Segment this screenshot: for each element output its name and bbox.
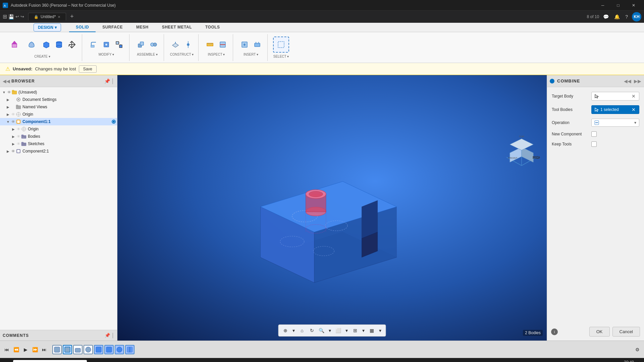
extrude-button[interactable] — [7, 37, 23, 53]
start-button[interactable]: ⊞ — [1, 359, 12, 362]
close-button[interactable]: ✕ — [626, 0, 641, 11]
expand-panel-button[interactable]: ▶▶ — [634, 78, 641, 84]
tree-item-component1[interactable]: ▼ 👁 Component1:1 — [0, 118, 117, 125]
zoom-menu-button[interactable]: ▾ — [327, 326, 333, 335]
timeline-settings-button[interactable]: ⚙ — [633, 346, 641, 354]
save-file-button[interactable]: 💾 — [8, 14, 14, 19]
tree-item-sketches[interactable]: ▶ 👁 Sketches — [0, 140, 117, 147]
tab-solid[interactable]: SOLID — [69, 23, 96, 32]
info-button[interactable]: i — [551, 328, 558, 335]
maximize-button[interactable]: □ — [610, 0, 626, 11]
timeline-play-button[interactable]: ▶ — [21, 346, 30, 354]
tab-sheet-metal[interactable]: SHEET METAL — [155, 23, 199, 32]
app2-button[interactable]: ● — [143, 360, 149, 362]
timeline-marker-3[interactable] — [73, 345, 83, 354]
display-menu[interactable]: ▾ — [377, 326, 384, 335]
timeline-marker-7[interactable] — [115, 345, 124, 354]
timeline-start-button[interactable]: ⏮ — [3, 346, 11, 354]
operation-selector[interactable]: Cut ▾ — [591, 119, 639, 127]
redo-button[interactable]: ↪ — [20, 14, 24, 19]
tab-surface[interactable]: SURFACE — [96, 23, 129, 32]
insert-btn1[interactable]: + — [238, 39, 251, 51]
tab-mesh[interactable]: MESH — [129, 23, 155, 32]
construct-btn1[interactable] — [169, 39, 181, 51]
zoom-button[interactable]: 🔍 — [317, 326, 326, 335]
design-dropdown[interactable]: DESIGN ▾ — [34, 23, 61, 32]
tree-item-bodies[interactable]: ▶ 👁 ... Bodies — [0, 133, 117, 140]
ok-button[interactable]: OK — [589, 327, 610, 337]
settings-button[interactable]: ⚙ — [105, 360, 112, 362]
undo-button[interactable]: ↩ — [15, 14, 19, 19]
shell-button[interactable] — [100, 39, 112, 51]
task-view-button[interactable]: ⬡ — [89, 360, 96, 362]
user-avatar[interactable]: KH — [632, 12, 641, 21]
timeline-marker-5[interactable] — [94, 345, 103, 354]
timeline-next-button[interactable]: ⏩ — [31, 346, 39, 354]
browser-pin-button[interactable]: 📌 — [104, 78, 110, 84]
inspect-btn1[interactable] — [204, 39, 216, 51]
timeline-marker-1[interactable] — [52, 345, 62, 354]
taskbar-search-box[interactable]: Type here to search — [13, 360, 87, 362]
clear-tool-button[interactable]: ✕ — [631, 107, 636, 112]
assemble-btn2[interactable] — [148, 39, 160, 51]
minimize-button[interactable]: ─ — [595, 0, 610, 11]
collapse-browser-button[interactable]: ◀◀ — [3, 78, 10, 84]
app1-button[interactable]: 📦 — [123, 360, 132, 362]
grid-menu2[interactable]: ▾ — [360, 326, 367, 335]
save-button[interactable]: Save — [79, 65, 97, 73]
collapse-panel-button[interactable]: ◀◀ — [624, 78, 631, 84]
chrome-button[interactable]: 🌐 — [133, 360, 143, 362]
view-cube[interactable]: RIGHT TOP FRONT — [503, 129, 540, 169]
view-menu2[interactable]: ▾ — [343, 326, 350, 335]
new-component-checkbox[interactable] — [591, 131, 597, 137]
display-button[interactable]: ▦ — [367, 326, 377, 335]
cylinder-button[interactable] — [53, 39, 65, 51]
comments-pin-button[interactable]: 📌 — [105, 333, 110, 338]
fillet-button[interactable] — [88, 39, 100, 51]
timeline-marker-4[interactable] — [84, 345, 93, 354]
timeline-end-button[interactable]: ⏭ — [40, 346, 48, 354]
notification-button[interactable]: 🔔 — [613, 13, 621, 21]
tree-item-named-views[interactable]: ▶ 👁 Named Views — [0, 103, 117, 111]
file-tab[interactable]: 🔒 Untitled* ✕ — [28, 13, 66, 20]
timeline-marker-2[interactable] — [63, 345, 72, 354]
keep-tools-checkbox[interactable] — [591, 141, 597, 147]
revolve-button[interactable] — [23, 37, 40, 53]
inspect-btn2[interactable] — [217, 39, 229, 51]
insert-btn2[interactable] — [251, 39, 263, 51]
file-explorer-button[interactable]: 📁 — [113, 360, 122, 362]
scale-button[interactable] — [113, 39, 125, 51]
tree-item-root[interactable]: ▼ 👁 (Unsaved) — [0, 88, 117, 96]
close-tab-icon[interactable]: ✕ — [58, 15, 60, 19]
box-button[interactable] — [40, 39, 52, 51]
app4-button[interactable]: 🌀 — [160, 360, 169, 362]
grid-menu-button[interactable]: ⊞ — [3, 13, 7, 20]
app3-button[interactable]: 🦊 — [150, 360, 159, 362]
home-view-button[interactable]: ⌂ — [298, 326, 307, 335]
view-menu-button[interactable]: ▾ — [290, 326, 297, 335]
tree-item-comp1-origin[interactable]: ▶ 👁 Origin — [0, 125, 117, 133]
cancel-button[interactable]: Cancel — [612, 327, 640, 337]
help-button[interactable]: ? — [624, 13, 629, 21]
fit-view-button[interactable]: ⊕ — [281, 326, 290, 335]
add-tab-button[interactable]: + — [67, 13, 76, 20]
tree-item-component2[interactable]: ▶ 👁 Component2:1 — [0, 147, 117, 155]
assemble-btn1[interactable] — [135, 39, 147, 51]
clock[interactable]: 20:49 15/09/2021 — [615, 360, 634, 362]
comments-menu-button[interactable]: │ — [112, 333, 114, 338]
timeline-marker-8[interactable] — [125, 345, 135, 354]
grid-button[interactable]: ⊞ — [351, 326, 360, 335]
chat-button[interactable]: 💬 — [602, 13, 610, 21]
tree-item-doc-settings[interactable]: ▶ 👁 Document Settings — [0, 96, 117, 103]
clear-target-button[interactable]: ✕ — [631, 94, 636, 99]
move-button[interactable] — [66, 39, 78, 51]
tool-bodies-selector[interactable]: 1 selected ✕ — [591, 105, 639, 114]
select-box-button[interactable] — [273, 37, 289, 53]
browser-menu-button[interactable]: │ — [111, 78, 114, 84]
timeline-marker-6[interactable] — [104, 345, 114, 354]
timeline-prev-button[interactable]: ⏪ — [12, 346, 20, 354]
tab-tools[interactable]: TOOLS — [199, 23, 227, 32]
orbit-button[interactable]: ↻ — [307, 326, 317, 335]
viewport[interactable]: RIGHT TOP FRONT ⊕ ▾ ⌂ ↻ 🔍 ▾ ⬜ ▾ ⊞ ▾ ▦ ▾ … — [117, 75, 547, 341]
view-cube-button[interactable]: ⬜ — [334, 326, 343, 335]
